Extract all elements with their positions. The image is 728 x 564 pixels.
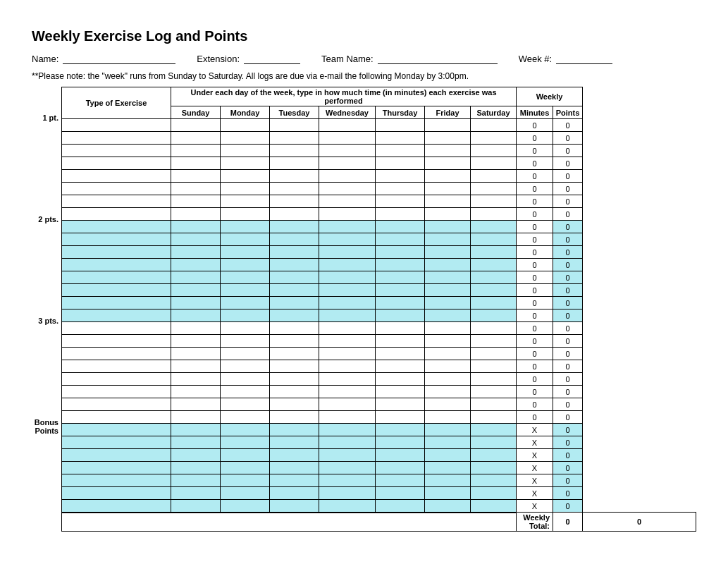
exercise-table: Type of Exercise Under each day of the w… xyxy=(61,87,696,532)
table-row: 00 xyxy=(62,386,696,398)
table-row: 00 xyxy=(62,271,696,284)
table-row: 00 xyxy=(62,309,696,322)
weekly-header: Weekly xyxy=(517,87,583,106)
tuesday-header: Tuesday xyxy=(270,106,319,119)
points-header: Points xyxy=(553,106,583,119)
section-label-2pts: 2 pts. xyxy=(32,214,61,315)
weekly-total-row: Weekly Total:00 xyxy=(62,513,696,532)
page-title: Weekly Exercise Log and Points xyxy=(32,28,696,44)
header-fields: Name: Extension: Team Name: Week #: xyxy=(32,53,696,64)
bonus-label-line2: Points xyxy=(35,427,58,435)
note-text: **Please note: the "week" runs from Sund… xyxy=(32,71,696,81)
table-row: X0 xyxy=(62,436,696,449)
saturday-header: Saturday xyxy=(471,106,517,119)
bonus-label-line1: Bonus xyxy=(35,418,58,427)
table-row: X0 xyxy=(62,424,696,436)
header-row-1: Type of Exercise Under each day of the w… xyxy=(62,87,696,106)
main-table-wrapper: Type of Exercise Under each day of the w… xyxy=(61,87,696,532)
table-row: 00 xyxy=(62,373,696,386)
table-row: 00 xyxy=(62,119,696,132)
table-row: 00 xyxy=(62,322,696,335)
team-name-field-group: Team Name: xyxy=(321,53,498,64)
wednesday-header: Wednesday xyxy=(319,106,376,119)
table-row: X0 xyxy=(62,462,696,474)
table-row: 00 xyxy=(62,335,696,348)
table-row: X0 xyxy=(62,474,696,487)
monday-header: Monday xyxy=(221,106,270,119)
section-labels: 1 pt. 2 pts. 3 pts. Bonus Points xyxy=(32,87,61,505)
section-label-1pt: 1 pt. xyxy=(32,112,61,214)
sunday-header: Sunday xyxy=(171,106,221,119)
table-row: X0 xyxy=(62,487,696,500)
table-row: 00 xyxy=(62,145,696,157)
week-field-group: Week #: xyxy=(519,53,612,64)
table-row: 00 xyxy=(62,195,696,208)
table-row: 00 xyxy=(62,221,696,233)
team-name-input[interactable] xyxy=(378,53,498,64)
table-row: 00 xyxy=(62,284,696,297)
section-label-bonus: Bonus Points xyxy=(32,417,61,505)
name-input[interactable] xyxy=(63,53,175,64)
thursday-header: Thursday xyxy=(376,106,425,119)
table-row: 00 xyxy=(62,233,696,246)
days-header: Under each day of the week, type in how … xyxy=(171,87,517,106)
friday-header: Friday xyxy=(425,106,471,119)
minutes-header: Minutes xyxy=(517,106,553,119)
table-row: 00 xyxy=(62,297,696,309)
table-row: 00 xyxy=(62,259,696,271)
week-input[interactable] xyxy=(556,53,612,64)
table-row: 00 xyxy=(62,170,696,183)
name-field-group: Name: xyxy=(32,53,175,64)
table-row: 00 xyxy=(62,411,696,424)
table-row: 00 xyxy=(62,360,696,373)
table-row: 00 xyxy=(62,183,696,195)
table-row: 00 xyxy=(62,398,696,411)
table-row: 00 xyxy=(62,157,696,170)
table-row: 00 xyxy=(62,348,696,360)
section-label-3pts: 3 pts. xyxy=(32,315,61,417)
extension-field-group: Extension: xyxy=(197,53,300,64)
table-row: 00 xyxy=(62,246,696,259)
table-row: 00 xyxy=(62,208,696,221)
week-label: Week #: xyxy=(519,54,552,64)
name-label: Name: xyxy=(32,54,58,64)
team-name-label: Team Name: xyxy=(321,54,374,64)
table-row: X0 xyxy=(62,500,696,513)
extension-input[interactable] xyxy=(244,53,300,64)
page: Weekly Exercise Log and Points Name: Ext… xyxy=(14,14,714,550)
col-exercise-header: Type of Exercise xyxy=(62,87,171,119)
table-row: X0 xyxy=(62,449,696,462)
extension-label: Extension: xyxy=(197,54,240,64)
table-row: 00 xyxy=(62,132,696,145)
table-container: 1 pt. 2 pts. 3 pts. Bonus Points xyxy=(32,87,696,532)
